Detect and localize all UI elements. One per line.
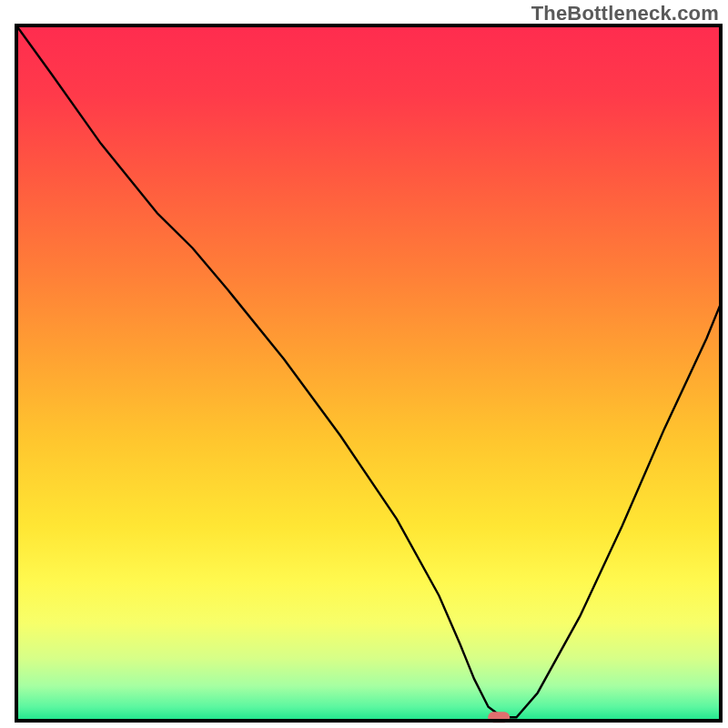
plot-background — [16, 25, 721, 721]
chart-container: { "watermark": "TheBottleneck.com", "cha… — [0, 0, 728, 728]
watermark-text: TheBottleneck.com — [531, 2, 719, 25]
bottleneck-chart — [0, 0, 728, 728]
